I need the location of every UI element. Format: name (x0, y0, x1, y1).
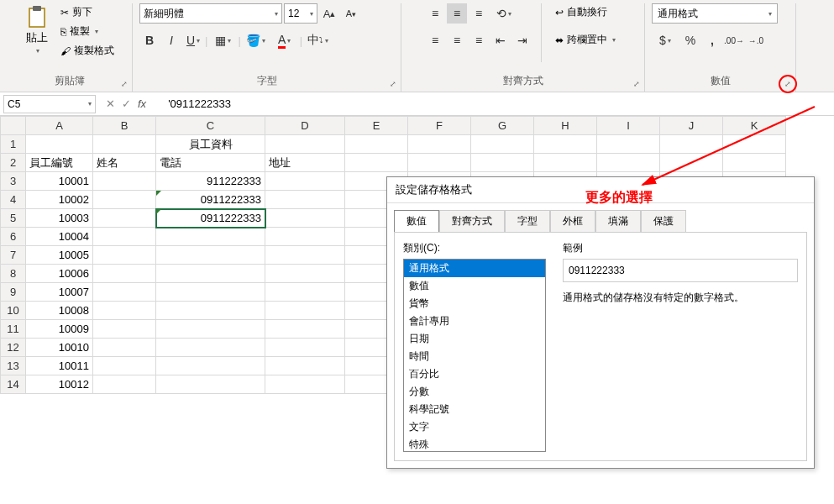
cell[interactable]: 10003 (26, 209, 93, 228)
cell[interactable] (597, 135, 660, 154)
cell[interactable] (93, 191, 156, 209)
category-item[interactable]: 日期 (404, 330, 545, 348)
dialog-tab[interactable]: 外框 (550, 210, 595, 232)
fx-icon[interactable]: fx (138, 97, 146, 110)
row-header[interactable]: 3 (1, 172, 26, 191)
cell[interactable] (265, 135, 345, 154)
cell[interactable] (93, 320, 156, 339)
row-header[interactable]: 14 (1, 375, 26, 394)
cell[interactable]: 911222333 (156, 172, 265, 191)
font-color-button[interactable]: A▾ (271, 30, 298, 50)
row-header[interactable]: 1 (1, 135, 26, 154)
cell[interactable] (156, 375, 265, 394)
row-header[interactable]: 6 (1, 228, 26, 246)
category-item[interactable]: 時間 (404, 348, 545, 365)
font-size-select[interactable]: 12 ▾ (284, 3, 317, 24)
category-item[interactable]: 會計專用 (404, 312, 545, 330)
comma-button[interactable]: , (702, 30, 722, 50)
cell[interactable] (534, 135, 597, 154)
increase-font-button[interactable]: A▴ (319, 3, 339, 24)
cell[interactable] (156, 246, 265, 265)
row-header[interactable]: 9 (1, 283, 26, 302)
column-header[interactable]: F (408, 117, 471, 135)
cell[interactable]: 10002 (26, 191, 93, 209)
cell[interactable]: 0911222333 (156, 209, 265, 228)
cell[interactable] (345, 154, 408, 172)
cell[interactable]: 員工編號 (26, 154, 93, 172)
cell[interactable] (597, 154, 660, 172)
category-list[interactable]: 通用格式數值貨幣會計專用日期時間百分比分數科學記號文字特殊自訂 (403, 259, 546, 452)
category-item[interactable]: 科學記號 (404, 401, 545, 418)
cell[interactable]: 10004 (26, 228, 93, 246)
cell[interactable] (156, 339, 265, 357)
cell[interactable] (265, 246, 345, 265)
confirm-edit-button[interactable]: ✓ (122, 97, 131, 110)
row-header[interactable]: 8 (1, 265, 26, 283)
cell[interactable] (265, 357, 345, 375)
copy-button[interactable]: ⎘ 複製 ▾ (57, 23, 118, 40)
cell[interactable] (93, 246, 156, 265)
cell[interactable] (265, 172, 345, 191)
cell[interactable]: 10001 (26, 172, 93, 191)
font-name-select[interactable]: 新細明體 ▾ (139, 3, 282, 24)
cell[interactable]: 員工資料 (156, 135, 265, 154)
column-header[interactable]: K (723, 117, 786, 135)
column-header[interactable]: J (660, 117, 723, 135)
dialog-tab[interactable]: 保護 (641, 210, 686, 232)
cell[interactable] (265, 375, 345, 394)
decrease-indent-button[interactable]: ⇤ (490, 30, 511, 50)
currency-button[interactable]: $▾ (652, 30, 679, 50)
cell[interactable] (408, 135, 471, 154)
cell[interactable] (723, 135, 786, 154)
cell[interactable] (156, 265, 265, 283)
cell[interactable] (156, 357, 265, 375)
cell[interactable] (345, 135, 408, 154)
align-right-button[interactable]: ≡ (469, 30, 489, 50)
select-all-corner[interactable] (1, 117, 26, 135)
cell[interactable]: 10010 (26, 339, 93, 357)
column-header[interactable]: E (345, 117, 408, 135)
cell[interactable]: 10012 (26, 375, 93, 394)
cell[interactable] (471, 135, 534, 154)
cell[interactable] (265, 339, 345, 357)
cell[interactable] (265, 265, 345, 283)
category-item[interactable]: 分數 (404, 383, 545, 401)
cell[interactable] (265, 209, 345, 228)
row-header[interactable]: 7 (1, 246, 26, 265)
cell[interactable]: 10005 (26, 246, 93, 265)
cell[interactable] (93, 228, 156, 246)
align-center-button[interactable]: ≡ (447, 30, 467, 50)
wrap-text-button[interactable]: ↩ 自動換行 (550, 3, 621, 21)
cell[interactable] (265, 283, 345, 302)
row-header[interactable]: 10 (1, 302, 26, 320)
cell[interactable] (93, 172, 156, 191)
cell[interactable] (265, 320, 345, 339)
paste-button[interactable]: 貼上 ▾ (22, 3, 52, 56)
dialog-tab[interactable]: 數值 (394, 210, 439, 232)
dialog-tab[interactable]: 字型 (505, 210, 550, 232)
cell[interactable]: 10007 (26, 283, 93, 302)
row-header[interactable]: 13 (1, 357, 26, 375)
row-header[interactable]: 12 (1, 339, 26, 357)
cell[interactable] (723, 154, 786, 172)
cell[interactable] (93, 265, 156, 283)
row-header[interactable]: 11 (1, 320, 26, 339)
cell[interactable] (471, 154, 534, 172)
column-header[interactable]: D (265, 117, 345, 135)
cell[interactable] (156, 320, 265, 339)
cell[interactable]: 姓名 (93, 154, 156, 172)
bold-button[interactable]: B (139, 30, 160, 50)
cell[interactable] (156, 302, 265, 320)
underline-button[interactable]: U▾ (183, 30, 203, 50)
formula-bar[interactable]: '0911222333 (163, 97, 834, 110)
cell[interactable]: 0911222333 (156, 191, 265, 209)
number-launcher[interactable]: ⤢ (779, 75, 797, 93)
cell[interactable] (534, 154, 597, 172)
column-header[interactable]: I (597, 117, 660, 135)
align-middle-button[interactable]: ≡ (447, 3, 467, 24)
column-header[interactable]: G (471, 117, 534, 135)
increase-decimal-button[interactable]: .00→ (724, 30, 744, 50)
category-item[interactable]: 特殊 (404, 436, 545, 452)
category-item[interactable]: 數值 (404, 277, 545, 295)
fill-color-button[interactable]: 🪣▾ (243, 30, 270, 50)
